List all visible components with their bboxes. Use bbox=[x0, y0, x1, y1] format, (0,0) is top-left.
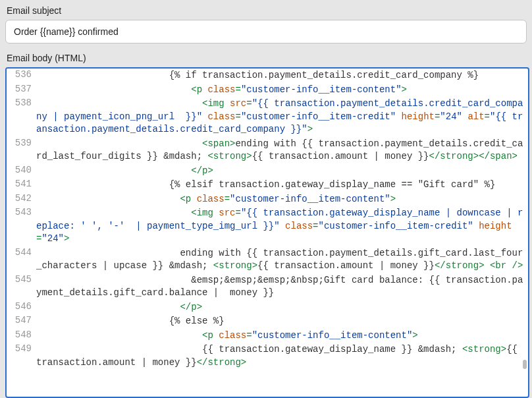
email-body-label: Email body (HTML) bbox=[7, 53, 527, 63]
email-subject-label: Email subject bbox=[7, 5, 527, 16]
gutter: 537 bbox=[7, 83, 36, 98]
gutter: 544 bbox=[7, 246, 36, 273]
gutter: 542 bbox=[7, 192, 36, 207]
code-content[interactable]: <span>ending with {{ transaction.payment… bbox=[36, 137, 528, 164]
email-body-editor[interactable]: 536 {% if transaction.payment_details.cr… bbox=[5, 67, 529, 398]
code-line[interactable]: 540 </p> bbox=[7, 164, 528, 179]
code-content[interactable]: <p class="customer-info__item-content"> bbox=[36, 83, 528, 98]
scrollbar-thumb[interactable] bbox=[523, 360, 527, 369]
gutter: 545 bbox=[7, 273, 36, 300]
code-content[interactable]: {% if transaction.payment_details.credit… bbox=[36, 69, 528, 83]
code-content[interactable]: {% elsif transaction.gateway_display_nam… bbox=[36, 178, 528, 192]
code-line[interactable]: 541 {% elsif transaction.gateway_display… bbox=[7, 178, 528, 192]
gutter: 547 bbox=[7, 314, 36, 329]
gutter: 549 bbox=[7, 343, 36, 370]
gutter: 543 bbox=[7, 206, 36, 246]
gutter: 538 bbox=[7, 97, 36, 137]
gutter: 546 bbox=[7, 300, 36, 315]
code-line[interactable]: 549 {{ transaction.gateway_display_name … bbox=[7, 343, 528, 370]
gutter: 536 bbox=[7, 69, 36, 83]
code-content[interactable]: </p> bbox=[36, 164, 528, 179]
gutter: 540 bbox=[7, 164, 36, 179]
code-line[interactable]: 548 <p class="customer-info__item-conten… bbox=[7, 329, 528, 343]
editor-scrollbar[interactable] bbox=[521, 69, 527, 397]
gutter: 541 bbox=[7, 178, 36, 192]
code-content[interactable]: <img src="{{ transaction.payment_details… bbox=[36, 97, 528, 137]
code-line[interactable]: 544 ending with {{ transaction.payment_d… bbox=[7, 246, 528, 273]
gutter: 548 bbox=[7, 329, 36, 343]
code-content[interactable]: {{ transaction.gateway_display_name }} &… bbox=[36, 343, 528, 370]
code-content[interactable]: </p> bbox=[36, 300, 528, 315]
code-line[interactable]: 545 &emsp;&emsp;&emsp;&nbsp;Gift card ba… bbox=[7, 273, 528, 300]
email-subject-input[interactable] bbox=[5, 20, 527, 43]
code-line[interactable]: 547 {% else %} bbox=[7, 314, 528, 329]
code-content[interactable]: <p class="customer-info__item-content"> bbox=[36, 192, 528, 207]
code-content[interactable]: ending with {{ transaction.payment_detai… bbox=[36, 246, 528, 273]
code-content[interactable]: <img src="{{ transaction.gateway_display… bbox=[36, 206, 528, 246]
code-content[interactable]: &emsp;&emsp;&emsp;&nbsp;Gift card balanc… bbox=[36, 273, 528, 300]
code-content[interactable]: {% else %} bbox=[36, 314, 528, 329]
code-line[interactable]: 537 <p class="customer-info__item-conten… bbox=[7, 83, 528, 98]
code-line[interactable]: 542 <p class="customer-info__item-conten… bbox=[7, 192, 528, 207]
code-content[interactable]: <p class="customer-info__item-content"> bbox=[36, 329, 528, 343]
code-line[interactable]: 543 <img src="{{ transaction.gateway_dis… bbox=[7, 206, 528, 246]
code-line[interactable]: 536 {% if transaction.payment_details.cr… bbox=[7, 69, 528, 83]
code-line[interactable]: 546 </p> bbox=[7, 300, 528, 315]
gutter: 539 bbox=[7, 137, 36, 164]
code-line[interactable]: 538 <img src="{{ transaction.payment_det… bbox=[7, 97, 528, 137]
code-line[interactable]: 539 <span>ending with {{ transaction.pay… bbox=[7, 137, 528, 164]
